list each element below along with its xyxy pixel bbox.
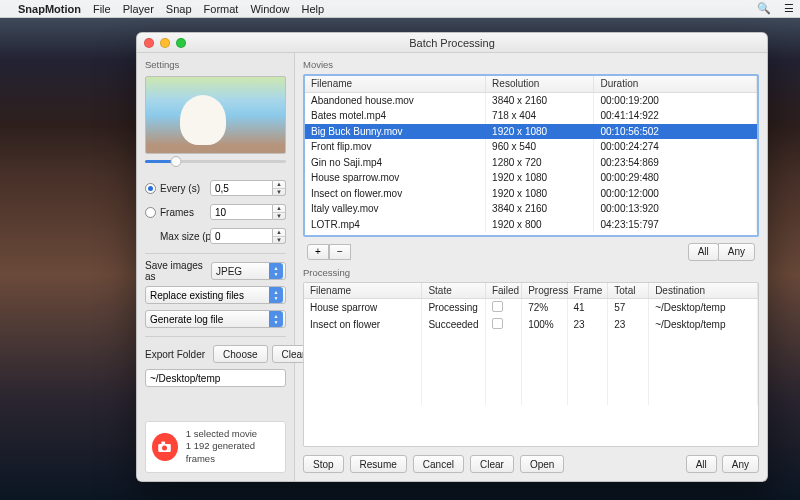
col-resolution[interactable]: Resolution	[486, 76, 594, 92]
processing-all-button[interactable]: All	[686, 455, 717, 473]
status-panel: 1 selected movie 1 192 generated frames	[145, 421, 286, 473]
zoom-icon[interactable]	[176, 38, 186, 48]
frames-input[interactable]	[210, 204, 273, 220]
table-row[interactable]: Insect on flowerSucceeded100%2323~/Deskt…	[304, 316, 758, 333]
table-row[interactable]: Italy valley.mov3840 x 216000:00:13:920	[305, 201, 757, 217]
pcol-destination[interactable]: Destination	[649, 283, 758, 299]
add-movie-button[interactable]: +	[307, 244, 329, 260]
menu-extras-icon[interactable]: ☰	[784, 2, 794, 14]
close-icon[interactable]	[144, 38, 154, 48]
processing-table[interactable]: Filename State Failed Progress Frame Tot…	[303, 282, 759, 448]
frames-label: Frames	[160, 207, 206, 218]
minimize-icon[interactable]	[160, 38, 170, 48]
stop-button[interactable]: Stop	[303, 455, 344, 473]
processing-label: Processing	[303, 267, 759, 278]
pcol-filename[interactable]: Filename	[304, 283, 422, 299]
menu-bar: SnapMotion File Player Snap Format Windo…	[0, 0, 800, 18]
choose-button[interactable]: Choose	[213, 345, 267, 363]
pcol-total[interactable]: Total	[608, 283, 649, 299]
col-filename[interactable]: Filename	[305, 76, 486, 92]
every-stepper[interactable]: ▲▼	[210, 180, 286, 196]
open-button[interactable]: Open	[520, 455, 564, 473]
menu-snap[interactable]: Snap	[166, 3, 192, 15]
every-input[interactable]	[210, 180, 273, 196]
table-row[interactable]: Insect on flower.mov1920 x 108000:00:12:…	[305, 186, 757, 202]
menu-window[interactable]: Window	[250, 3, 289, 15]
scrub-slider[interactable]	[145, 160, 286, 163]
export-folder-label: Export Folder	[145, 349, 205, 360]
processing-any-button[interactable]: Any	[722, 455, 759, 473]
status-line-1: 1 selected movie	[186, 428, 279, 441]
movies-table[interactable]: Filename Resolution Duration Abandoned h…	[303, 74, 759, 237]
every-radio[interactable]	[145, 183, 156, 194]
main-panel: Movies Filename Resolution Duration Aban…	[295, 53, 767, 481]
log-select[interactable]: Generate log file	[145, 310, 286, 328]
svg-point-2	[162, 445, 167, 450]
every-label: Every (s)	[160, 183, 206, 194]
movies-label: Movies	[303, 59, 759, 70]
cancel-button[interactable]: Cancel	[413, 455, 464, 473]
table-row[interactable]: Big Buck Bunny.mov1920 x 108000:10:56:50…	[305, 124, 757, 140]
maxsize-input[interactable]	[210, 228, 273, 244]
frames-radio[interactable]	[145, 207, 156, 218]
settings-label: Settings	[145, 59, 286, 70]
pcol-progress[interactable]: Progress	[522, 283, 567, 299]
pcol-state[interactable]: State	[422, 283, 485, 299]
movies-any-button[interactable]: Any	[718, 243, 755, 261]
menu-file[interactable]: File	[93, 3, 111, 15]
processing-toolbar: Stop Resume Cancel Clear Open All Any	[303, 451, 759, 473]
maxsize-stepper[interactable]: ▲▼	[210, 228, 286, 244]
menu-help[interactable]: Help	[302, 3, 325, 15]
table-row[interactable]: House sparrowProcessing72%4157~/Desktop/…	[304, 299, 758, 316]
pcol-frame[interactable]: Frame	[567, 283, 608, 299]
svg-rect-1	[162, 441, 166, 444]
replace-select[interactable]: Replace existing files	[145, 286, 286, 304]
table-row[interactable]: House sparrow.mov1920 x 108000:00:29:480	[305, 170, 757, 186]
save-as-label: Save images as	[145, 260, 207, 282]
movies-all-button[interactable]: All	[688, 243, 719, 261]
remove-movie-button[interactable]: −	[329, 244, 351, 260]
status-line-2: 1 192 generated frames	[186, 440, 279, 466]
pcol-failed[interactable]: Failed	[485, 283, 521, 299]
failed-checkbox[interactable]	[492, 318, 503, 329]
col-duration[interactable]: Duration	[594, 76, 757, 92]
maxsize-label: Max size (px)	[160, 231, 206, 242]
table-row[interactable]: LOTR.mp41920 x 80004:23:15:797	[305, 217, 757, 233]
export-path-input[interactable]	[145, 369, 286, 387]
spotlight-icon[interactable]: 🔍	[757, 2, 771, 14]
window-title: Batch Processing	[409, 37, 495, 49]
save-as-select[interactable]: JPEG	[211, 262, 286, 280]
resume-button[interactable]: Resume	[350, 455, 407, 473]
clear-button[interactable]: Clear	[470, 455, 514, 473]
settings-sidebar: Settings Every (s) ▲▼ Frames	[137, 53, 295, 481]
batch-processing-window: Batch Processing Settings Every (s) ▲▼	[136, 32, 768, 482]
failed-checkbox[interactable]	[492, 301, 503, 312]
app-menu[interactable]: SnapMotion	[18, 3, 81, 15]
frames-stepper[interactable]: ▲▼	[210, 204, 286, 220]
menu-format[interactable]: Format	[204, 3, 239, 15]
table-row[interactable]: Gin no Saji.mp41280 x 72000:23:54:869	[305, 155, 757, 171]
titlebar[interactable]: Batch Processing	[137, 33, 767, 53]
camera-icon	[152, 433, 178, 461]
menu-player[interactable]: Player	[123, 3, 154, 15]
video-preview[interactable]	[145, 76, 286, 154]
table-row[interactable]: Bates motel.mp4718 x 40400:41:14:922	[305, 108, 757, 124]
table-row[interactable]: Abandoned house.mov3840 x 216000:00:19:2…	[305, 93, 757, 109]
table-row[interactable]: Front flip.mov960 x 54000:00:24:274	[305, 139, 757, 155]
